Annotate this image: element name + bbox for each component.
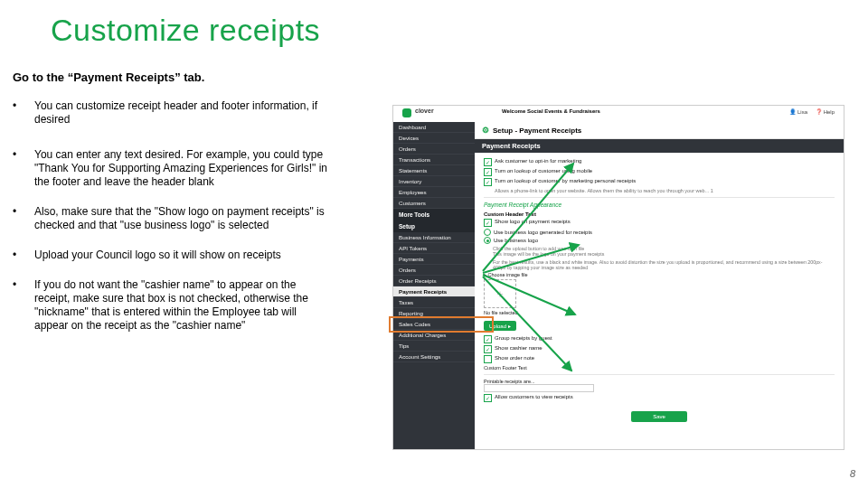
bullet-item: •If you do not want the "cashier name" t… bbox=[13, 278, 329, 333]
user-name[interactable]: 👤 Lisa bbox=[789, 108, 807, 115]
bullet-item: •You can enter any text desired. For exa… bbox=[13, 148, 329, 189]
bullet-dot: • bbox=[13, 148, 34, 189]
panel-body: ✓Ask customer to opt-in for marketing✓Tu… bbox=[475, 153, 844, 427]
sidebar-item[interactable]: Dashboard bbox=[393, 122, 475, 133]
sidebar-item[interactable]: Taxes bbox=[393, 297, 475, 308]
sidebar-item[interactable]: Tips bbox=[393, 341, 475, 352]
page-title: ⚙Setup - Payment Receipts bbox=[475, 122, 844, 139]
help-text: Allows a phone-link to open your website… bbox=[495, 188, 835, 193]
no-file-label: No file selected bbox=[484, 310, 835, 315]
hint-text: Click the upload button to add your own … bbox=[493, 246, 835, 258]
gear-icon: ⚙ bbox=[482, 126, 489, 135]
bullet-item: •You can customize receipt header and fo… bbox=[13, 99, 329, 127]
sidebar-item[interactable]: Devices bbox=[393, 133, 475, 144]
help-link[interactable]: ❓ Help bbox=[816, 108, 835, 115]
checkbox-cashier-name[interactable]: ✓Show cashier name bbox=[484, 345, 835, 353]
checkbox-group-guest[interactable]: ✓Group receipts by guest bbox=[484, 335, 835, 343]
bullet-list: •You can customize receipt header and fo… bbox=[13, 99, 329, 333]
bullet-dot: • bbox=[13, 205, 34, 232]
slide-title: Customize receipts bbox=[51, 13, 320, 48]
sidebar-item[interactable]: Orders bbox=[393, 144, 475, 155]
bullet-text: If you do not want the "cashier name" to… bbox=[34, 278, 329, 333]
sidebar-item[interactable]: API Tokens bbox=[393, 243, 475, 254]
page-number: 8 bbox=[850, 468, 855, 479]
bullet-item: •Also, make sure that the "Show logo on … bbox=[13, 205, 329, 232]
hint-text: For the best results, use a black and wh… bbox=[493, 259, 835, 271]
screenshot-main: ⚙Setup - Payment Receipts Payment Receip… bbox=[475, 122, 844, 449]
image-dropzone[interactable]: ＋ bbox=[484, 279, 516, 308]
choose-label: ▸ Choose image file bbox=[484, 272, 835, 277]
checkbox-allow-view[interactable]: ✓Allow customers to view receipts bbox=[484, 394, 835, 402]
brand-name: clover bbox=[415, 108, 434, 114]
checkbox-row[interactable]: ✓Turn on lookup of customer using mobile bbox=[484, 168, 835, 176]
bullet-text: You can customize receipt header and foo… bbox=[34, 99, 329, 127]
bullet-dot: • bbox=[13, 249, 34, 262]
clover-logo-icon bbox=[402, 108, 411, 117]
sidebar-item[interactable]: Employees bbox=[393, 187, 475, 198]
sidebar-item[interactable]: Account Settings bbox=[393, 352, 475, 362]
sidebar-item[interactable]: Customers bbox=[393, 198, 475, 209]
embedded-screenshot: clover Welcome Social Events & Fundraise… bbox=[392, 105, 844, 450]
custom-header-label: Custom Header Text bbox=[484, 211, 835, 217]
checkbox-row[interactable]: ✓Turn on lookup of customer by marketing… bbox=[484, 178, 835, 186]
bullet-text: You can enter any text desired. For exam… bbox=[34, 148, 329, 189]
sidebar-item[interactable]: Orders bbox=[393, 265, 475, 276]
custom-footer-label: Custom Footer Text bbox=[484, 365, 835, 371]
panel-header: Payment Receipts bbox=[475, 139, 844, 153]
sidebar-item[interactable]: Statements bbox=[393, 165, 475, 176]
sidebar-item[interactable]: Inventory bbox=[393, 176, 475, 187]
screenshot-topbar: clover Welcome Social Events & Fundraise… bbox=[393, 106, 844, 123]
bullet-text: Also, make sure that the "Show logo on p… bbox=[34, 205, 329, 232]
radio-business-logo[interactable]: Use business logo bbox=[484, 237, 835, 244]
sidebar-item[interactable]: Payments bbox=[393, 254, 475, 265]
sidebar-item[interactable]: Business Information bbox=[393, 232, 475, 243]
welcome-text: Welcome Social Events & Fundraisers bbox=[502, 108, 600, 114]
checkbox-row[interactable]: ✓Ask customer to opt-in for marketing bbox=[484, 158, 835, 166]
save-button[interactable]: Save bbox=[631, 411, 687, 422]
sidebar-item[interactable]: Setup bbox=[393, 221, 475, 232]
bullet-dot: • bbox=[13, 278, 34, 333]
bullet-text: Upload your Council logo so it will show… bbox=[34, 249, 329, 262]
user-name-label: Lisa bbox=[797, 109, 807, 115]
sidebar-item[interactable]: Order Receipts bbox=[393, 276, 475, 286]
section-appearance: Payment Receipt Appearance bbox=[484, 202, 835, 208]
radio-generated-logo[interactable]: Use business logo generated for receipts bbox=[484, 229, 835, 236]
bullet-dot: • bbox=[13, 99, 34, 127]
checkbox-order-note[interactable]: Show order note bbox=[484, 355, 835, 363]
instruction-line: Go to the “Payment Receipts” tab. bbox=[13, 70, 204, 84]
sidebar-item[interactable]: Payment Receipts bbox=[393, 286, 475, 297]
sidebar-item[interactable]: Transactions bbox=[393, 155, 475, 165]
checkbox-show-logo[interactable]: ✓Show logo on payment receipts bbox=[484, 219, 835, 227]
highlight-box bbox=[389, 316, 494, 333]
help-label: Help bbox=[824, 109, 835, 115]
bullet-item: •Upload your Council logo so it will sho… bbox=[13, 249, 329, 262]
page-title-label: Setup - Payment Receipts bbox=[493, 127, 581, 135]
printable-input[interactable] bbox=[484, 384, 594, 392]
sidebar-item[interactable]: More Tools bbox=[393, 209, 475, 221]
screenshot-sidebar: DashboardDevicesOrdersTransactionsStatem… bbox=[393, 122, 475, 449]
